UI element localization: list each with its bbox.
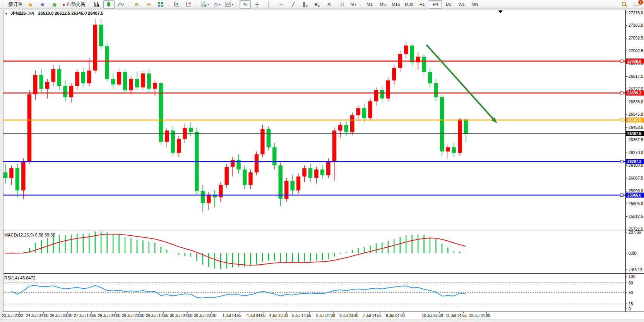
macd-histogram-bar — [130, 238, 131, 253]
fibonacci-icon[interactable]: ≡F — [312, 0, 323, 9]
candle — [87, 70, 91, 83]
timeframe-w1-button[interactable]: W1 — [455, 0, 468, 9]
timeframe-h1-button[interactable]: H1 — [416, 0, 429, 9]
indicators-icon[interactable]: ▾ — [199, 0, 211, 9]
svg-text:27185.0: 27185.0 — [629, 23, 643, 27]
svg-text:23 Jun 2022: 23 Jun 2022 — [2, 313, 23, 318]
trendline-icon[interactable]: ╱ — [288, 0, 299, 9]
signals-icon[interactable]: ◉ — [49, 0, 60, 9]
macd-histogram-bar — [232, 253, 233, 267]
candle — [159, 83, 163, 142]
macd-histogram-bar — [454, 251, 454, 253]
candle — [248, 172, 252, 185]
macd-histogram-bar — [71, 235, 72, 253]
timeframe-d1-button[interactable]: D1 — [442, 0, 455, 9]
svg-text:11 Jul 14:55: 11 Jul 14:55 — [446, 313, 467, 318]
timeframe-m15-button[interactable]: M15 — [389, 0, 402, 9]
macd-histogram-bar — [149, 242, 149, 253]
svg-text:100: 100 — [629, 274, 635, 279]
candlestick-chart-icon[interactable] — [103, 0, 115, 9]
candle — [464, 119, 468, 134]
toolbar-grip — [128, 2, 130, 7]
candle — [189, 128, 193, 132]
crosshair-icon[interactable]: ┼ — [252, 0, 263, 9]
svg-text:8 Jul 04:00: 8 Jul 04:00 — [386, 313, 405, 318]
svg-text:27002.5: 27002.5 — [629, 48, 643, 53]
macd-histogram-bar — [340, 253, 341, 254]
new-order-button[interactable]: 新订单 — [6, 0, 24, 9]
svg-text:25812.5: 25812.5 — [629, 214, 643, 219]
chart-canvas[interactable]: ▼ JPN225-,H4 26510.0 26512.5 26345.0 264… — [0, 9, 644, 322]
channel-icon[interactable]: ∥E — [300, 0, 311, 9]
chart-symbol-timeframe: JPN225-,H4 — [10, 11, 34, 15]
cursor-icon[interactable]: ↖ — [240, 0, 251, 9]
candle — [308, 168, 312, 178]
svg-text:26087.5: 26087.5 — [629, 176, 643, 180]
bar-chart-icon[interactable] — [91, 0, 103, 9]
timeframe-m1-button[interactable]: M1 — [363, 0, 376, 9]
timeframe-m5-button[interactable]: M5 — [376, 0, 389, 9]
autotrading-button[interactable]: ●自动交易 — [61, 0, 87, 9]
candle — [153, 83, 157, 89]
candle — [284, 181, 288, 199]
candle — [344, 125, 348, 132]
candle — [75, 72, 79, 86]
level-handle[interactable] — [620, 92, 623, 94]
svg-text:10 Jul 23:30: 10 Jul 23:30 — [422, 313, 443, 318]
svg-text:26270.0: 26270.0 — [629, 150, 643, 155]
macd-histogram-bar — [447, 247, 448, 253]
macd-histogram-bar — [137, 240, 137, 253]
level-handle[interactable] — [620, 60, 623, 62]
macd-histogram-bar — [184, 253, 185, 256]
profiles-icon[interactable]: ◆ — [25, 0, 36, 9]
market-watch-icon[interactable]: ☻ — [37, 0, 48, 9]
timeframe-mn-button[interactable]: MN — [468, 0, 481, 9]
line-chart-icon[interactable] — [115, 0, 127, 9]
chart-shift-icon[interactable] — [183, 0, 194, 9]
candle — [3, 172, 7, 178]
macd-histogram-bar — [250, 253, 251, 266]
auto-scroll-icon[interactable] — [171, 0, 182, 9]
shapes-icon[interactable]: ⇲▾ — [348, 0, 359, 9]
svg-text:24 Jun 04:00: 24 Jun 04:00 — [26, 313, 48, 318]
zoom-out-icon[interactable]: ⊖ — [143, 0, 154, 9]
macd-histogram-bar — [465, 253, 466, 253]
macd-histogram-bar — [35, 243, 36, 253]
svg-text:207.66: 207.66 — [629, 230, 641, 235]
candle — [410, 46, 414, 62]
notifications-icon[interactable]: 1 — [631, 0, 642, 9]
label-icon[interactable]: T — [336, 0, 347, 9]
svg-text:26407.5: 26407.5 — [627, 132, 642, 136]
level-handle[interactable] — [620, 118, 623, 121]
timeframe-m30-button[interactable]: M30 — [402, 0, 416, 9]
macd-histogram-bar — [118, 235, 119, 253]
candle — [165, 130, 169, 142]
svg-text:26207.2: 26207.2 — [627, 159, 642, 164]
periods-icon[interactable]: ◷▾ — [211, 0, 223, 9]
svg-text:30 Jun 04:00: 30 Jun 04:00 — [170, 313, 192, 318]
collapse-chart-icon[interactable]: ▼ — [5, 12, 8, 15]
vertical-line-icon[interactable]: │ — [264, 0, 275, 9]
macd-histogram-bar — [59, 235, 60, 253]
main-toolbar: 新订单◆☻◉●自动交易⊕⊖▾◷▾▾↖┼│─╱∥E≡FAT⇲▾M1M5M15M30… — [0, 0, 644, 9]
macd-histogram-bar — [172, 253, 173, 253]
candle — [314, 170, 318, 178]
candle — [117, 72, 121, 84]
level-handle[interactable] — [620, 160, 623, 163]
svg-text:25905.0: 25905.0 — [629, 201, 643, 206]
svg-text:-166.13: -166.13 — [629, 267, 642, 272]
search-icon[interactable] — [619, 0, 630, 9]
tile-windows-icon[interactable] — [155, 0, 166, 9]
macd-histogram-bar — [322, 253, 323, 260]
candle — [458, 119, 462, 152]
level-handle[interactable] — [620, 194, 623, 197]
timeframe-h4-button[interactable]: H4 — [429, 0, 442, 9]
horizontal-line-icon[interactable]: ─ — [276, 0, 287, 9]
templates-icon[interactable]: ▾ — [223, 0, 235, 9]
candle — [21, 161, 25, 190]
zoom-in-icon[interactable]: ⊕ — [131, 0, 142, 9]
macd-histogram-bar — [142, 240, 143, 253]
candle — [260, 129, 264, 154]
macd-histogram-bar — [376, 243, 377, 253]
text-icon[interactable]: A — [324, 0, 335, 9]
